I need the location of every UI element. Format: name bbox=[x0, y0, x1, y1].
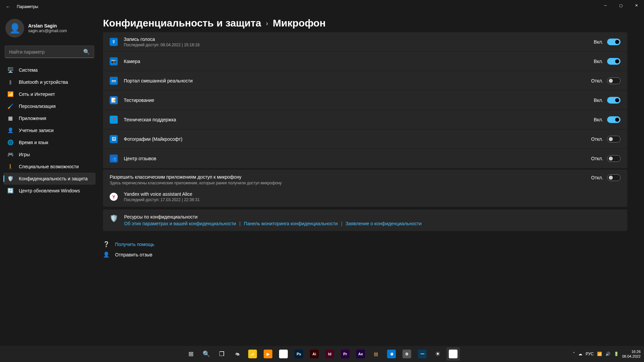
sidebar-item[interactable]: 🌐Время и язык bbox=[3, 136, 96, 148]
resource-link-dashboard[interactable]: Панель мониторинга конфиденциальности bbox=[244, 221, 338, 226]
app-toggle[interactable] bbox=[607, 116, 621, 123]
taskbar-app-store[interactable]: 🛍 bbox=[230, 347, 244, 361]
app-row: 🖼 Фотографии (Майкрософт) Откл. bbox=[103, 129, 627, 149]
shield-icon: 🛡️ bbox=[110, 214, 118, 222]
app-name: Центр отзывов bbox=[124, 156, 591, 161]
nav-icon: ▦ bbox=[7, 115, 13, 121]
taskbar-app-explorer[interactable]: 📁 bbox=[246, 347, 259, 361]
get-help-link[interactable]: ❔ Получить помощь bbox=[103, 241, 627, 247]
taskbar-app-taskview[interactable]: ❐ bbox=[215, 347, 228, 361]
taskbar-app-ps[interactable]: Ps bbox=[292, 347, 306, 361]
nav-label: Система bbox=[19, 67, 38, 73]
taskbar-icon: Id bbox=[325, 350, 334, 358]
nav-label: Bluetooth и устройства bbox=[19, 79, 68, 85]
sidebar-item[interactable]: 🛡️Конфиденциальность и защита bbox=[3, 173, 96, 185]
volume-icon[interactable]: 🔊 bbox=[605, 352, 610, 356]
privacy-resources: 🛡️ Ресурсы по конфиденциальности Об этих… bbox=[103, 209, 627, 231]
taskbar-icon: Ae bbox=[356, 350, 365, 358]
app-name: Запись голоса bbox=[124, 37, 594, 42]
nav-label: Персонализация bbox=[19, 104, 56, 109]
nav-icon: 🛡️ bbox=[7, 176, 13, 182]
app-row: 📝 Тестирование Вкл. bbox=[103, 90, 627, 110]
feedback-link[interactable]: 👤 Отправить отзыв bbox=[103, 251, 627, 258]
taskbar-icon: Y bbox=[279, 350, 288, 358]
nav-label: Время и язык bbox=[19, 140, 48, 145]
taskbar-icon: 📁 bbox=[248, 350, 257, 358]
battery-icon[interactable]: 🔋 bbox=[614, 352, 619, 356]
close-button[interactable]: ✕ bbox=[629, 0, 644, 11]
taskbar-app-start[interactable]: ⊞ bbox=[184, 347, 198, 361]
tray-cloud-icon[interactable]: ☁ bbox=[578, 352, 582, 356]
taskbar-app-settings[interactable]: ⚙ bbox=[400, 347, 414, 361]
app-toggle[interactable] bbox=[607, 136, 621, 142]
taskbar-icon: 🔍 bbox=[202, 350, 211, 358]
nav-label: Приложения bbox=[19, 116, 46, 121]
breadcrumb-parent[interactable]: Конфиденциальность и защита bbox=[103, 17, 261, 29]
sidebar-item[interactable]: 🔄Центр обновления Windows bbox=[3, 185, 96, 197]
back-button[interactable]: ← bbox=[3, 1, 13, 12]
taskbar-app-ae[interactable]: Ae bbox=[354, 347, 367, 361]
maximize-button[interactable]: ▢ bbox=[613, 0, 629, 11]
user-profile[interactable]: 👤 Arslan Sagin sagin.ars@gmail.com bbox=[3, 17, 96, 44]
app-icon: 🎙 bbox=[110, 38, 118, 46]
toggle-label: Вкл. bbox=[594, 59, 603, 64]
search-box[interactable]: 🔍 bbox=[5, 46, 94, 58]
taskbar-app-pr[interactable]: Pr bbox=[338, 347, 352, 361]
taskbar-app-audio[interactable]: 〰 bbox=[416, 347, 429, 361]
app-toggle[interactable] bbox=[607, 77, 621, 84]
nav-label: Специальные возможности bbox=[19, 164, 79, 169]
sidebar-item[interactable]: ᛒBluetooth и устройства bbox=[3, 76, 96, 88]
minimize-button[interactable]: ─ bbox=[598, 0, 613, 11]
taskbar-app-app1[interactable]: 🖥 bbox=[385, 347, 398, 361]
app-sub: Последний доступ: 08.04.2022 | 15:18:16 bbox=[124, 43, 594, 47]
taskbar-app-yandex[interactable]: Y bbox=[277, 347, 290, 361]
taskbar-app-ai[interactable]: Ai bbox=[308, 347, 321, 361]
sidebar-item[interactable]: 📶Сеть и Интернет bbox=[3, 88, 96, 100]
search-input[interactable] bbox=[9, 49, 83, 55]
taskbar-icon: ☀ bbox=[433, 350, 442, 358]
taskbar-app-search[interactable]: 🔍 bbox=[200, 347, 213, 361]
sidebar-item[interactable]: 🖌️Персонализация bbox=[3, 100, 96, 112]
classic-apps-subtitle: Здесь перечислены классические приложени… bbox=[110, 181, 591, 185]
taskbar-icon: ⚙ bbox=[402, 350, 411, 358]
taskbar-app-id[interactable]: Id bbox=[323, 347, 336, 361]
taskbar-app-snip[interactable]: ✂ bbox=[446, 347, 460, 361]
sidebar-item[interactable]: 👤Учетные записи bbox=[3, 124, 96, 136]
nav-icon: 📶 bbox=[7, 91, 13, 97]
toggle-label: Откл. bbox=[591, 156, 603, 161]
search-icon: 🔍 bbox=[83, 49, 90, 55]
app-name: Техническая поддержка bbox=[124, 117, 594, 122]
nav-icon: 🖌️ bbox=[7, 103, 13, 109]
help-icon: ❔ bbox=[103, 241, 109, 247]
classic-apps-toggle[interactable] bbox=[607, 174, 621, 181]
sidebar-item[interactable]: 🚶Специальные возможности bbox=[3, 161, 96, 173]
taskbar-icon: Ai bbox=[310, 350, 319, 358]
taskbar-app-sun[interactable]: ☀ bbox=[431, 347, 444, 361]
chevron-right-icon: › bbox=[266, 19, 268, 27]
toggle-label: Вкл. bbox=[594, 98, 603, 103]
wifi-icon[interactable]: 📶 bbox=[597, 352, 602, 356]
sidebar-item[interactable]: 🖥️Система bbox=[3, 64, 96, 76]
nav-label: Конфиденциальность и защита bbox=[19, 176, 88, 181]
app-icon: 📝 bbox=[110, 96, 118, 104]
taskbar-app-calc[interactable]: 🧮 bbox=[369, 347, 383, 361]
resource-link-about[interactable]: Об этих параметрах и вашей конфиденциаль… bbox=[124, 221, 236, 226]
taskbar-app-player[interactable]: ▶ bbox=[261, 347, 275, 361]
sidebar-item[interactable]: ▦Приложения bbox=[3, 112, 96, 124]
taskbar-icon: 🛍 bbox=[233, 350, 241, 358]
nav-label: Игры bbox=[19, 152, 30, 157]
app-toggle[interactable] bbox=[607, 97, 621, 104]
app-row: 👥 Центр отзывов Откл. bbox=[103, 149, 627, 168]
app-toggle[interactable] bbox=[607, 58, 621, 65]
app-toggle[interactable] bbox=[607, 155, 621, 162]
nav-label: Учетные записи bbox=[19, 128, 54, 133]
sidebar-item[interactable]: 🎮Игры bbox=[3, 148, 96, 161]
app-row: 🥽 Портал смешанной реальности Откл. bbox=[103, 71, 627, 90]
app-toggle[interactable] bbox=[607, 39, 621, 45]
taskbar-clock[interactable]: 16:26 08.04.2022 bbox=[622, 349, 641, 359]
tray-chevron-icon[interactable]: ˄ bbox=[573, 352, 575, 356]
feedback-icon: 👤 bbox=[103, 251, 109, 258]
language-indicator[interactable]: РУС bbox=[586, 352, 594, 356]
resource-link-statement[interactable]: Заявление о конфиденциальности bbox=[345, 221, 421, 226]
app-name: Портал смешанной реальности bbox=[124, 78, 591, 83]
